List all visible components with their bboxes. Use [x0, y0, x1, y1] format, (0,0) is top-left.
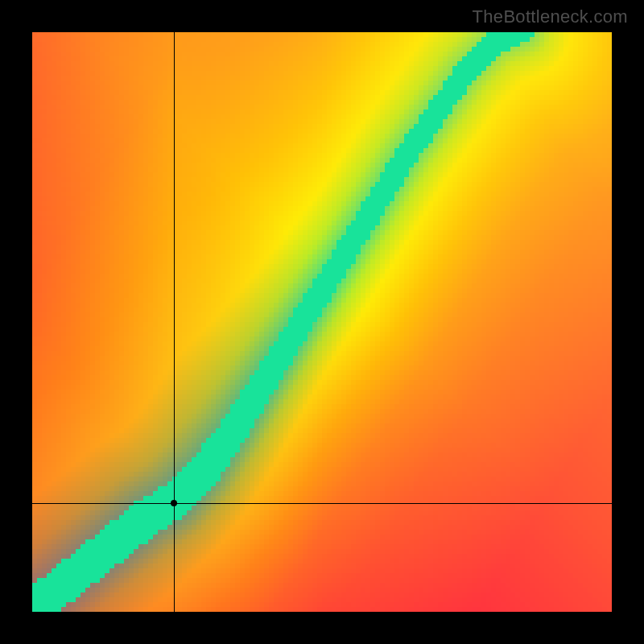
crosshair-vertical — [174, 32, 175, 612]
crosshair-horizontal — [32, 503, 612, 504]
watermark-text: TheBottleneck.com — [473, 6, 628, 27]
bottleneck-heatmap — [32, 32, 612, 612]
